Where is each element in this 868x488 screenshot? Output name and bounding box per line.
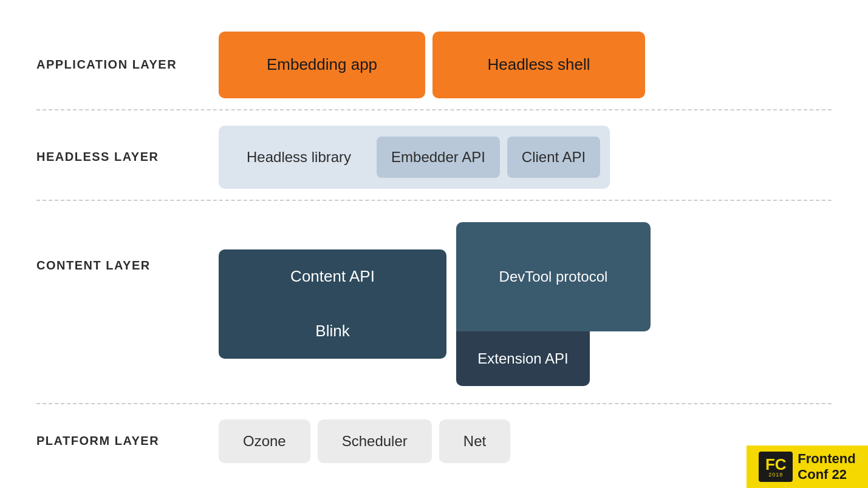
ozone-label: Ozone xyxy=(243,433,286,450)
fc-year: 2018 xyxy=(768,472,783,478)
embedding-app-label: Embedding app xyxy=(267,55,377,74)
application-layer-content: Embedding app Headless shell xyxy=(219,32,832,98)
client-api-box: Client API xyxy=(507,137,600,178)
fc-text-line2: Conf 22 xyxy=(798,467,855,483)
net-label: Net xyxy=(463,433,486,450)
platform-layer-content: Ozone Scheduler Net xyxy=(219,419,832,463)
headless-layer-content: Headless library Embedder API Client API xyxy=(219,126,832,189)
headless-shell-box: Headless shell xyxy=(432,32,645,98)
blink-label: Blink xyxy=(315,322,349,341)
headless-layer-row: HEADLESS LAYER Headless library Embedder… xyxy=(36,115,832,201)
client-api-label: Client API xyxy=(522,149,586,165)
extension-api-box: Extension API xyxy=(456,331,590,386)
headless-library-label: Headless library xyxy=(247,149,351,165)
application-layer-label: APPLICATION LAYER xyxy=(36,58,219,72)
headless-shell-label: Headless shell xyxy=(487,55,590,74)
fc-logo: FC 2018 Frontend Conf 22 xyxy=(747,446,868,488)
extension-api-label: Extension API xyxy=(477,350,568,367)
content-layer-section: Content API Blink DevTool protocol Exten… xyxy=(219,222,651,386)
platform-layer-label: PLATFORM LAYER xyxy=(36,434,219,448)
embedder-api-box: Embedder API xyxy=(377,137,500,178)
content-api-box: Content API xyxy=(219,249,446,304)
net-box: Net xyxy=(439,419,510,463)
embedder-api-label: Embedder API xyxy=(391,149,485,165)
devtool-protocol-label: DevTool protocol xyxy=(499,268,608,285)
fc-letters: FC xyxy=(765,456,787,472)
fc-text-line1: Frontend xyxy=(798,451,855,467)
content-api-label: Content API xyxy=(290,267,375,286)
content-layer-content: Content API Blink DevTool protocol Exten… xyxy=(219,222,832,386)
blink-box: Blink xyxy=(219,304,446,359)
content-layer-row: CONTENT LAYER Content API Blink DevTool … xyxy=(36,205,832,404)
devtool-protocol-box: DevTool protocol xyxy=(456,222,651,331)
slide: APPLICATION LAYER Embedding app Headless… xyxy=(0,0,868,488)
content-layer-label: CONTENT LAYER xyxy=(36,259,219,273)
embedding-app-box: Embedding app xyxy=(219,32,425,98)
scheduler-box: Scheduler xyxy=(318,419,432,463)
content-left-column: Content API Blink xyxy=(219,249,446,359)
headless-layer-wrapper: Headless library Embedder API Client API xyxy=(219,126,610,189)
scheduler-label: Scheduler xyxy=(342,433,408,450)
content-right-column: DevTool protocol Extension API xyxy=(451,222,651,386)
platform-layer-row: PLATFORM LAYER Ozone Scheduler Net xyxy=(36,408,832,474)
application-layer-row: APPLICATION LAYER Embedding app Headless… xyxy=(36,21,832,110)
headless-library-box: Headless library xyxy=(228,137,369,178)
ozone-box: Ozone xyxy=(219,419,310,463)
headless-layer-label: HEADLESS LAYER xyxy=(36,150,219,164)
fc-conference-name: Frontend Conf 22 xyxy=(798,451,855,483)
fc-badge: FC 2018 xyxy=(759,452,793,482)
